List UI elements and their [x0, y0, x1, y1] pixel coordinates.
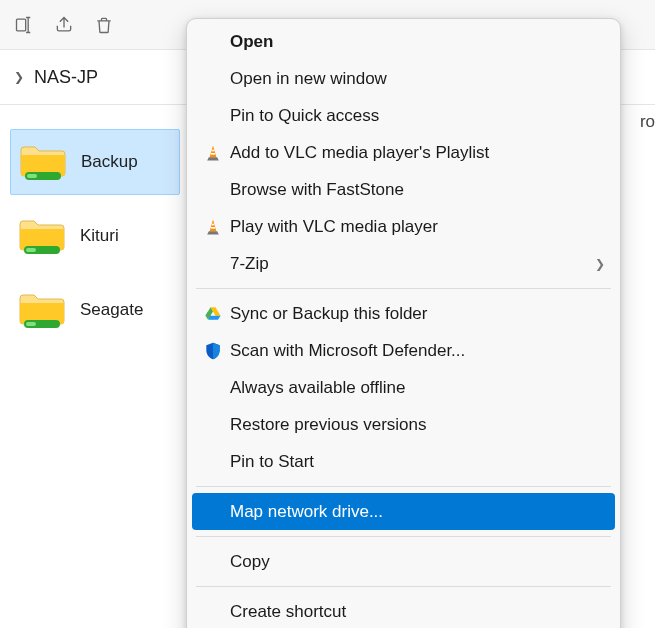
menu-item-google-sync[interactable]: Sync or Backup this folder: [192, 295, 615, 332]
blank-icon: [198, 177, 228, 203]
shield-icon: [198, 338, 228, 364]
delete-icon[interactable]: [90, 11, 118, 39]
network-folder-icon: [19, 142, 67, 182]
chevron-right-icon: ❯: [595, 257, 605, 271]
blank-icon: [198, 251, 228, 277]
menu-item-copy[interactable]: Copy: [192, 543, 615, 580]
svg-rect-10: [211, 227, 215, 229]
network-folder-icon: [18, 290, 66, 330]
blank-icon: [198, 599, 228, 625]
blank-icon: [198, 29, 228, 55]
blank-icon: [198, 103, 228, 129]
blank-icon: [198, 449, 228, 475]
menu-item-open[interactable]: Open: [192, 23, 615, 60]
menu-item-restore[interactable]: Restore previous versions: [192, 406, 615, 443]
menu-separator: [196, 486, 611, 487]
vlc-icon: [198, 214, 228, 240]
menu-item-shortcut[interactable]: Create shortcut: [192, 593, 615, 628]
menu-item-map-drive[interactable]: Map network drive...: [192, 493, 615, 530]
blank-icon: [198, 499, 228, 525]
menu-item-open-new-window[interactable]: Open in new window: [192, 60, 615, 97]
menu-item-7zip[interactable]: 7-Zip ❯: [192, 245, 615, 282]
svg-rect-2: [27, 174, 37, 178]
menu-separator: [196, 536, 611, 537]
partial-text: ro: [640, 108, 655, 136]
vlc-icon: [198, 140, 228, 166]
menu-item-defender[interactable]: Scan with Microsoft Defender...: [192, 332, 615, 369]
folder-label: Kituri: [80, 226, 119, 246]
menu-item-vlc-play[interactable]: Play with VLC media player: [192, 208, 615, 245]
svg-rect-6: [26, 322, 36, 326]
svg-rect-7: [212, 149, 215, 151]
folder-item-kituri[interactable]: Kituri: [10, 203, 180, 269]
rename-icon[interactable]: [10, 11, 38, 39]
menu-item-vlc-playlist[interactable]: Add to VLC media player's Playlist: [192, 134, 615, 171]
svg-rect-4: [26, 248, 36, 252]
folder-item-seagate[interactable]: Seagate: [10, 277, 180, 343]
network-folder-icon: [18, 216, 66, 256]
menu-separator: [196, 288, 611, 289]
folder-item-backup[interactable]: Backup: [10, 129, 180, 195]
chevron-right-icon: ❯: [14, 70, 24, 84]
menu-item-faststone[interactable]: Browse with FastStone: [192, 171, 615, 208]
blank-icon: [198, 375, 228, 401]
menu-item-pin-quick-access[interactable]: Pin to Quick access: [192, 97, 615, 134]
folder-label: Backup: [81, 152, 138, 172]
blank-icon: [198, 66, 228, 92]
svg-rect-0: [17, 19, 26, 31]
menu-item-pin-start[interactable]: Pin to Start: [192, 443, 615, 480]
blank-icon: [198, 549, 228, 575]
svg-rect-8: [211, 153, 215, 155]
folder-label: Seagate: [80, 300, 143, 320]
context-menu: Open Open in new window Pin to Quick acc…: [186, 18, 621, 628]
blank-icon: [198, 412, 228, 438]
menu-item-offline[interactable]: Always available offline: [192, 369, 615, 406]
google-drive-icon: [198, 301, 228, 327]
menu-separator: [196, 586, 611, 587]
svg-rect-9: [212, 223, 215, 225]
breadcrumb-item[interactable]: NAS-JP: [34, 67, 98, 88]
share-icon[interactable]: [50, 11, 78, 39]
